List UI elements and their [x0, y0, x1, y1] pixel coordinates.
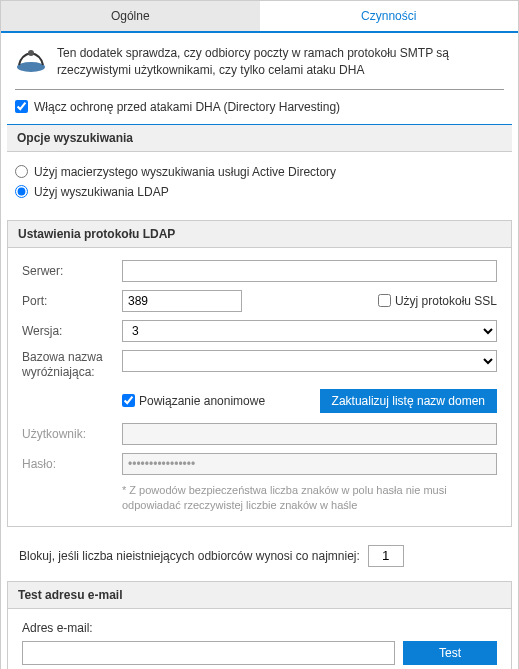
update-domains-button[interactable]: Zaktualizuj listę nazw domen: [320, 389, 497, 413]
base-dn-label: Bazowa nazwa wyróżniająca:: [22, 350, 122, 381]
radio-ldap[interactable]: [15, 185, 28, 198]
server-label: Serwer:: [22, 264, 122, 278]
test-section: Test adresu e-mail Adres e-mail: Test: [7, 581, 512, 669]
ldap-settings-header: Ustawienia protokołu LDAP: [8, 221, 511, 248]
enable-dha-checkbox[interactable]: [15, 100, 28, 113]
radio-ad[interactable]: [15, 165, 28, 178]
password-label: Hasło:: [22, 457, 122, 471]
enable-row: Włącz ochronę przed atakami DHA (Directo…: [1, 100, 518, 124]
tab-bar: Ogólne Czynności: [1, 1, 518, 33]
test-email-label: Adres e-mail:: [22, 621, 497, 635]
block-threshold-input[interactable]: [368, 545, 404, 567]
user-input: [122, 423, 497, 445]
settings-panel: Ogólne Czynności Ten dodatek sprawdza, c…: [0, 0, 519, 669]
block-row: Blokuj, jeśli liczba nieistniejących odb…: [1, 539, 518, 581]
block-label: Blokuj, jeśli liczba nieistniejących odb…: [19, 549, 360, 563]
ssl-label: Użyj protokołu SSL: [395, 294, 497, 308]
port-input[interactable]: [122, 290, 242, 312]
enable-dha-label: Włącz ochronę przed atakami DHA (Directo…: [34, 100, 340, 114]
ldap-settings: Ustawienia protokołu LDAP Serwer: Port: …: [7, 220, 512, 527]
description-row: Ten dodatek sprawdza, czy odbiorcy poczt…: [1, 33, 518, 89]
password-note: * Z powodów bezpieczeństwa liczba znaków…: [22, 483, 497, 514]
tab-actions[interactable]: Czynności: [260, 1, 519, 31]
test-email-input[interactable]: [22, 641, 395, 665]
radio-ad-label: Użyj macierzystego wyszukiwania usługi A…: [34, 165, 336, 179]
password-input: [122, 453, 497, 475]
svg-point-0: [17, 62, 45, 72]
version-select[interactable]: 3: [122, 320, 497, 342]
anon-label: Powiązanie anonimowe: [139, 394, 265, 408]
search-options-header: Opcje wyszukiwania: [7, 124, 512, 152]
test-header: Test adresu e-mail: [8, 582, 511, 609]
svg-point-1: [28, 50, 34, 56]
radio-ldap-label: Użyj wyszukiwania LDAP: [34, 185, 169, 199]
divider: [15, 89, 504, 90]
search-options-body: Użyj macierzystego wyszukiwania usługi A…: [1, 152, 518, 212]
server-input[interactable]: [122, 260, 497, 282]
port-label: Port:: [22, 294, 122, 308]
tab-general[interactable]: Ogólne: [1, 1, 260, 31]
anon-checkbox[interactable]: [122, 394, 135, 407]
description-text: Ten dodatek sprawdza, czy odbiorcy poczt…: [57, 45, 504, 79]
addon-icon: [15, 45, 47, 73]
version-label: Wersja:: [22, 324, 122, 338]
user-label: Użytkownik:: [22, 427, 122, 441]
ssl-checkbox[interactable]: [378, 294, 391, 307]
base-dn-select[interactable]: [122, 350, 497, 372]
test-button[interactable]: Test: [403, 641, 497, 665]
